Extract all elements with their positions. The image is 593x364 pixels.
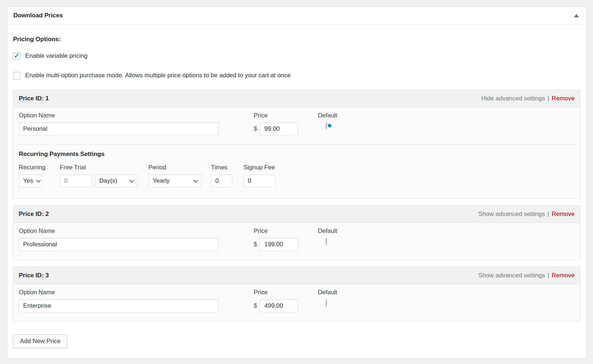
row-links: Show advanced settings | Remove (478, 272, 575, 279)
price-row-3-header: Price ID: 3 Show advanced settings | Rem… (13, 267, 580, 284)
metabox-header: Download Prices (7, 7, 586, 25)
collapse-up-icon[interactable] (574, 14, 579, 17)
default-column: Default (318, 228, 337, 245)
option-name-input[interactable] (19, 238, 219, 251)
enable-multi-option-checkbox[interactable]: ✓ (13, 72, 21, 79)
add-new-price-button[interactable]: Add New Price (13, 334, 67, 348)
option-name-column: Option Name (19, 228, 219, 251)
option-name-input[interactable] (19, 122, 219, 135)
price-row-1-fields: Option Name Price $ Default (13, 107, 580, 144)
metabox-title: Download Prices (13, 12, 63, 19)
default-radio[interactable] (326, 122, 327, 130)
option-name-label: Option Name (19, 289, 219, 296)
link-separator: | (547, 211, 549, 218)
remove-link[interactable]: Remove (552, 211, 575, 218)
price-wrap: $ (254, 299, 298, 312)
price-label: Price (254, 289, 298, 296)
row-links: Show advanced settings | Remove (478, 211, 575, 218)
price-label: Price (254, 112, 298, 119)
multi-option-label: Enable multi-option purchase mode. Allow… (25, 72, 291, 79)
show-advanced-settings-link[interactable]: Show advanced settings (478, 211, 545, 218)
free-trial-label: Free Trial (60, 164, 137, 171)
hide-advanced-settings-link[interactable]: Hide advanced settings (481, 95, 545, 102)
price-input[interactable] (260, 299, 298, 312)
default-radio[interactable] (326, 299, 327, 307)
price-row-3: Price ID: 3 Show advanced settings | Rem… (13, 266, 580, 321)
option-name-column: Option Name (19, 289, 219, 312)
recurring-group: Recurring Yes (19, 164, 46, 187)
price-row-2-header: Price ID: 2 Show advanced settings | Rem… (13, 205, 580, 223)
price-input[interactable] (260, 122, 298, 135)
price-label: Price (254, 228, 298, 235)
recurring-select[interactable]: Yes (19, 174, 43, 187)
variable-pricing-row: ✓ Enable variable pricing (13, 52, 580, 60)
times-label: Times (211, 164, 232, 171)
free-trial-input[interactable] (60, 174, 92, 187)
price-column: Price $ (254, 289, 298, 312)
price-wrap: $ (254, 238, 298, 251)
chevron-down-icon (36, 178, 41, 183)
free-trial-pair: Day(s) (60, 174, 137, 187)
variable-pricing-label: Enable variable pricing (25, 52, 87, 60)
signup-fee-input[interactable] (244, 174, 275, 187)
remove-link[interactable]: Remove (552, 272, 575, 279)
currency-symbol: $ (254, 302, 257, 309)
option-name-input[interactable] (19, 299, 219, 312)
option-name-label: Option Name (19, 228, 219, 235)
price-id-label: Price ID: 1 (19, 95, 49, 102)
link-separator: | (547, 95, 549, 102)
option-name-column: Option Name (19, 112, 219, 135)
currency-symbol: $ (254, 125, 257, 133)
currency-symbol: $ (254, 241, 257, 248)
times-input[interactable] (211, 174, 232, 187)
price-id-label: Price ID: 2 (19, 211, 49, 218)
price-column: Price $ (254, 228, 298, 251)
recurring-controls: Recurring Yes Free Trial Day(s (19, 164, 575, 187)
enable-variable-pricing-checkbox[interactable]: ✓ (13, 52, 21, 60)
price-input[interactable] (260, 238, 298, 251)
price-id-label: Price ID: 3 (19, 272, 49, 279)
check-icon: ✓ (14, 52, 20, 59)
show-advanced-settings-link[interactable]: Show advanced settings (478, 272, 545, 279)
default-label: Default (318, 228, 337, 235)
recurring-select-value: Yes (23, 177, 33, 185)
price-row-2: Price ID: 2 Show advanced settings | Rem… (13, 205, 580, 260)
multi-option-row: ✓ Enable multi-option purchase mode. All… (13, 72, 580, 79)
chevron-down-icon (129, 178, 134, 183)
default-label: Default (318, 289, 337, 296)
metabox-content: Pricing Options: ✓ Enable variable prici… (7, 36, 586, 348)
price-row-2-fields: Option Name Price $ Default (13, 223, 580, 260)
signup-fee-group: Signup Fee (244, 164, 275, 187)
radio-dot-icon (328, 124, 331, 127)
recurring-label: Recurring (19, 164, 46, 171)
price-wrap: $ (254, 122, 298, 135)
free-trial-group: Free Trial Day(s) (60, 164, 137, 187)
price-row-3-fields: Option Name Price $ Default (13, 284, 580, 321)
row-links: Hide advanced settings | Remove (481, 95, 575, 102)
default-label: Default (318, 112, 337, 119)
price-column: Price $ (254, 112, 298, 135)
download-prices-metabox: Download Prices Pricing Options: ✓ Enabl… (7, 6, 586, 359)
default-radio[interactable] (326, 237, 327, 246)
free-trial-unit-select[interactable]: Day(s) (95, 174, 137, 187)
free-trial-unit-value: Day(s) (99, 177, 117, 185)
pricing-options-heading: Pricing Options: (13, 36, 580, 43)
price-row-1: Price ID: 1 Hide advanced settings | Rem… (13, 90, 580, 199)
period-select[interactable]: Yearly (149, 174, 201, 187)
remove-link[interactable]: Remove (552, 95, 575, 102)
option-name-label: Option Name (19, 112, 219, 119)
times-group: Times (211, 164, 232, 187)
default-column: Default (318, 289, 337, 307)
default-column: Default (318, 112, 337, 130)
price-rows: Price ID: 1 Hide advanced settings | Rem… (13, 90, 580, 321)
link-separator: | (547, 272, 549, 279)
period-group: Period Yearly (149, 164, 201, 187)
period-label: Period (149, 164, 201, 171)
chevron-down-icon (193, 178, 198, 183)
recurring-settings-heading: Recurring Payments Settings (19, 150, 575, 158)
price-row-1-header: Price ID: 1 Hide advanced settings | Rem… (13, 90, 580, 107)
signup-fee-label: Signup Fee (244, 164, 275, 171)
period-select-value: Yearly (153, 177, 170, 185)
recurring-settings-section: Recurring Payments Settings Recurring Ye… (13, 144, 580, 198)
